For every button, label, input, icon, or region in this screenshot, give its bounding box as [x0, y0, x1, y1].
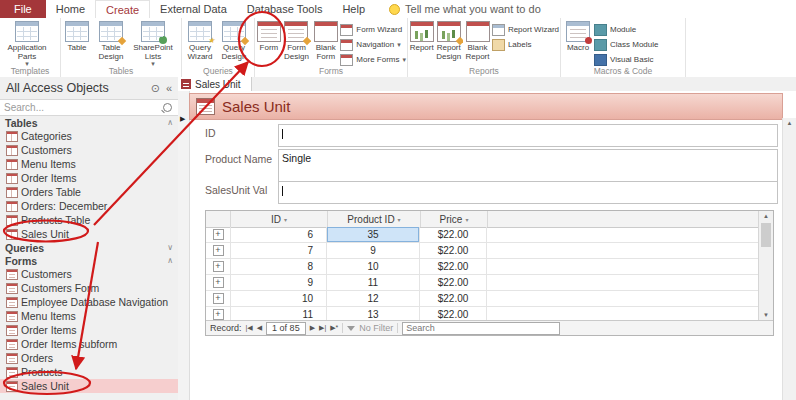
- sort-icon[interactable]: ▾: [465, 216, 468, 223]
- sidebar-item-tables-customers[interactable]: Customers: [0, 143, 178, 157]
- last-record-button[interactable]: ▶|: [319, 324, 326, 332]
- document-tab-sales-unit[interactable]: Sales Unit: [178, 77, 252, 91]
- expand-icon[interactable]: +: [213, 293, 224, 304]
- record-position[interactable]: 1 of 85: [266, 322, 306, 335]
- report-button[interactable]: Report: [409, 20, 434, 67]
- section-queries-header[interactable]: Queries ∨: [0, 241, 178, 254]
- id-field-input[interactable]: [278, 124, 778, 147]
- sidebar-item-forms-employee-database-navigation[interactable]: Employee Database Navigation: [0, 295, 178, 309]
- class-module-button[interactable]: Class Module: [594, 38, 658, 51]
- column-header-id[interactable]: ID ▾: [231, 211, 328, 227]
- section-tables-header[interactable]: Tables ∧: [0, 116, 178, 129]
- report-wizard-button[interactable]: Report Wizard: [492, 23, 559, 36]
- module-button[interactable]: Module: [594, 23, 658, 36]
- salesunit-val-input[interactable]: [278, 181, 778, 204]
- table-row[interactable]: + 7 9 $22.00: [206, 243, 759, 259]
- cell-product-id[interactable]: 13: [327, 307, 420, 321]
- expand-icon[interactable]: +: [213, 261, 224, 272]
- first-record-button[interactable]: |◀: [246, 324, 253, 332]
- cell-id[interactable]: 6: [231, 227, 327, 242]
- sidebar-item-forms-products[interactable]: Products: [0, 365, 178, 379]
- tab-file[interactable]: File: [0, 0, 46, 18]
- row-selector[interactable]: +: [206, 307, 231, 321]
- sidebar-item-forms-order-items-subform[interactable]: Order Items subform: [0, 337, 178, 351]
- tell-me-box[interactable]: Tell me what you want to do: [389, 0, 541, 18]
- navigation-button[interactable]: Navigation ▾: [340, 38, 406, 51]
- sidebar-item-forms-order-items[interactable]: Order Items: [0, 323, 178, 337]
- cell-price[interactable]: $22.00: [420, 307, 487, 321]
- blank-report-button[interactable]: Blank Report: [463, 20, 492, 67]
- tab-external-data[interactable]: External Data: [150, 0, 237, 18]
- cell-product-id[interactable]: 12: [327, 291, 420, 306]
- new-record-button[interactable]: ▶*: [330, 324, 338, 332]
- tab-home[interactable]: Home: [46, 0, 95, 18]
- tab-database-tools[interactable]: Database Tools: [237, 0, 333, 18]
- sidebar-item-tables-orders-december[interactable]: Orders: December: [0, 199, 178, 213]
- sidebar-item-forms-menu-items[interactable]: Menu Items: [0, 309, 178, 323]
- navigation-pane-header[interactable]: All Access Objects ⊙ «: [0, 77, 178, 99]
- navigation-search[interactable]: [0, 99, 178, 116]
- form-vertical-scrollbar[interactable]: ▲: [782, 118, 796, 400]
- datasheet-search-input[interactable]: [402, 322, 560, 335]
- cell-product-id-selected[interactable]: 35: [327, 227, 420, 242]
- expand-icon[interactable]: +: [213, 245, 224, 256]
- application-parts-button[interactable]: Application Parts ▾: [1, 20, 53, 67]
- expand-icon[interactable]: +: [213, 277, 224, 288]
- blank-form-button[interactable]: Blank Form: [311, 20, 340, 67]
- collapse-pane-icon[interactable]: «: [166, 82, 172, 95]
- cell-price[interactable]: $22.00: [420, 259, 487, 274]
- column-header-product-id[interactable]: Product ID ▾: [328, 211, 421, 227]
- row-selector[interactable]: +: [206, 275, 231, 290]
- product-name-input[interactable]: Single: [278, 149, 778, 183]
- sort-icon[interactable]: ▾: [398, 216, 401, 223]
- query-design-button[interactable]: Query Design: [217, 20, 251, 67]
- cell-price[interactable]: $22.00: [420, 227, 487, 242]
- row-selector[interactable]: +: [206, 227, 231, 242]
- table-row[interactable]: + 11 13 $22.00: [206, 307, 759, 321]
- datasheet-vertical-scrollbar[interactable]: ▲ ▼: [758, 211, 773, 321]
- cell-id[interactable]: 7: [231, 243, 327, 258]
- cell-id[interactable]: 8: [231, 259, 327, 274]
- row-selector[interactable]: +: [206, 243, 231, 258]
- sidebar-item-tables-sales-unit[interactable]: Sales Unit: [0, 227, 178, 241]
- query-wizard-button[interactable]: ★ Query Wizard: [183, 20, 217, 67]
- previous-record-button[interactable]: ◀: [257, 324, 262, 332]
- more-forms-button[interactable]: More Forms ▾: [340, 53, 406, 66]
- cell-product-id[interactable]: 10: [327, 259, 420, 274]
- row-selector[interactable]: +: [206, 259, 231, 274]
- cell-product-id[interactable]: 11: [327, 275, 420, 290]
- macro-button[interactable]: Macro: [562, 20, 594, 67]
- table-row[interactable]: + 9 11 $22.00: [206, 275, 759, 291]
- expand-icon[interactable]: +: [213, 229, 224, 240]
- table-row[interactable]: + 6 35 $22.00: [206, 227, 759, 243]
- scroll-up-icon[interactable]: ▲: [783, 118, 796, 129]
- form-button[interactable]: Form: [256, 20, 282, 67]
- tab-help[interactable]: Help: [332, 0, 375, 18]
- report-design-button[interactable]: Report Design: [434, 20, 463, 67]
- sidebar-item-forms-sales-unit[interactable]: Sales Unit: [0, 379, 178, 393]
- section-forms-header[interactable]: Forms ∧: [0, 254, 178, 267]
- scroll-up-icon[interactable]: ▲: [759, 211, 773, 222]
- form-wizard-button[interactable]: Form Wizard: [340, 23, 406, 36]
- sidebar-item-tables-categories[interactable]: Categories: [0, 129, 178, 143]
- table-row[interactable]: + 10 12 $22.00: [206, 291, 759, 307]
- visual-basic-button[interactable]: Visual Basic: [594, 53, 658, 66]
- tab-create[interactable]: Create: [95, 0, 150, 18]
- cell-id[interactable]: 11: [231, 307, 327, 321]
- sidebar-item-forms-customers[interactable]: Customers: [0, 267, 178, 281]
- cell-id[interactable]: 10: [231, 291, 327, 306]
- sharepoint-lists-button[interactable]: SharePoint Lists ▾: [130, 20, 176, 67]
- datasheet-corner-cell[interactable]: [206, 211, 231, 227]
- form-design-button[interactable]: Form Design: [282, 20, 311, 67]
- next-record-button[interactable]: ▶: [310, 324, 315, 332]
- cell-price[interactable]: $22.00: [420, 243, 487, 258]
- table-button[interactable]: Table: [62, 20, 92, 67]
- pin-icon[interactable]: ⊙: [151, 82, 160, 95]
- cell-price[interactable]: $22.00: [420, 291, 487, 306]
- column-header-price[interactable]: Price ▾: [421, 211, 488, 227]
- cell-price[interactable]: $22.00: [420, 275, 487, 290]
- search-input[interactable]: [4, 101, 163, 114]
- cell-id[interactable]: 9: [231, 275, 327, 290]
- scrollbar-thumb[interactable]: [761, 223, 771, 247]
- sidebar-item-forms-orders[interactable]: Orders: [0, 351, 178, 365]
